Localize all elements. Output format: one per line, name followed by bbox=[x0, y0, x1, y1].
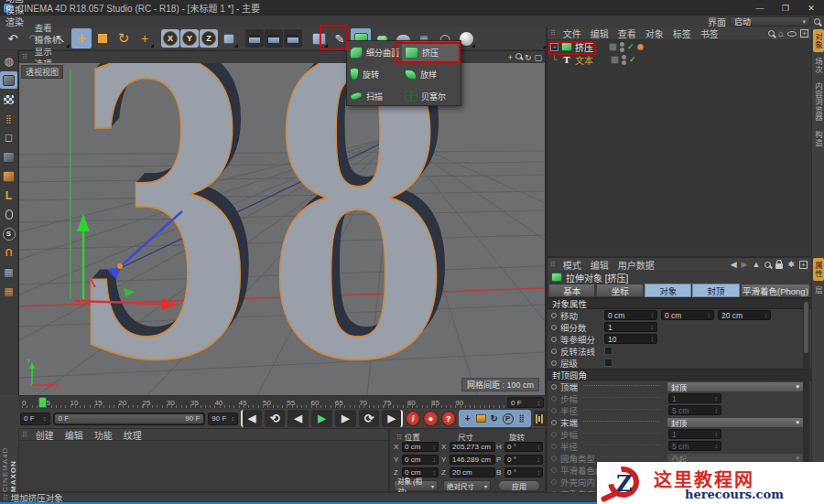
maximize-view-icon[interactable]: ▢ bbox=[534, 53, 542, 62]
tab-attributes[interactable]: 属性 bbox=[813, 258, 824, 281]
material-menu-item[interactable]: 纹理 bbox=[118, 429, 147, 441]
tweak-mode-button[interactable] bbox=[0, 206, 17, 223]
key-rotation-toggle[interactable]: ↻ bbox=[488, 413, 501, 425]
cap-top-dropdown[interactable]: 封顶▾ bbox=[667, 381, 804, 392]
snap-button[interactable]: S bbox=[0, 225, 17, 242]
last-tool[interactable]: + bbox=[135, 28, 155, 48]
subdivision-field[interactable]: 1↕ bbox=[604, 322, 657, 332]
tab-object[interactable]: 对象 bbox=[645, 284, 691, 297]
position-x-field[interactable]: 0 cm↕ bbox=[402, 442, 439, 452]
record-button[interactable]: / bbox=[406, 411, 420, 426]
end-frame-field[interactable]: 90 F↕ bbox=[208, 413, 238, 425]
cap-end-radius-field[interactable]: 5 cm↕ bbox=[668, 441, 721, 451]
z-axis-lock[interactable]: Z bbox=[200, 29, 218, 48]
movement-z-field[interactable]: 20 cm↕ bbox=[718, 310, 771, 320]
viewport-menu-item[interactable]: 显示 bbox=[30, 46, 66, 58]
tab-layers[interactable]: 层 bbox=[813, 283, 824, 298]
menu-item-bezier[interactable]: 贝塞尔 bbox=[402, 85, 461, 107]
tab-content-browser[interactable]: 内容浏览器 bbox=[813, 79, 824, 125]
menu-item-sweep[interactable]: 扫描 bbox=[347, 85, 402, 107]
collapse-icon[interactable]: − bbox=[550, 43, 558, 51]
object-name[interactable]: 挤压 bbox=[575, 40, 593, 54]
workplane-lock-button[interactable]: ▦ bbox=[0, 263, 17, 281]
lock-icon[interactable] bbox=[775, 263, 783, 269]
tab-takes[interactable]: 场次 bbox=[813, 54, 824, 77]
keyframe-dot-icon[interactable] bbox=[551, 349, 557, 354]
rotation-p-field[interactable]: 0 °↕ bbox=[504, 455, 543, 465]
model-mode-button[interactable] bbox=[0, 71, 17, 89]
new-panel-icon[interactable]: + bbox=[800, 29, 808, 38]
y-axis-lock[interactable]: Y bbox=[180, 29, 199, 48]
panel-handle-icon[interactable]: ⠿ bbox=[19, 53, 30, 61]
key-pla-toggle[interactable]: ⣿ bbox=[515, 413, 528, 425]
cap-top-steps-field[interactable]: 1↕ bbox=[668, 393, 721, 403]
parent-up-icon[interactable]: ▲ bbox=[753, 260, 761, 269]
make-editable-button[interactable]: ◍ bbox=[0, 52, 17, 70]
rotation-h-field[interactable]: 0 °↕ bbox=[504, 442, 543, 452]
layer-swatch[interactable] bbox=[609, 43, 617, 51]
visibility-dots[interactable] bbox=[620, 42, 624, 52]
keyframe-dot-icon[interactable] bbox=[551, 325, 557, 330]
points-mode-button[interactable]: ⣿ bbox=[0, 110, 17, 127]
attribute-menu-item[interactable]: 编辑 bbox=[586, 259, 613, 271]
magnet-snap-button[interactable]: U bbox=[0, 244, 17, 262]
filter-eye-icon[interactable] bbox=[787, 31, 797, 37]
object-manager-menu-item[interactable]: 编辑 bbox=[586, 27, 613, 39]
cap-end-steps-field[interactable]: 1↕ bbox=[668, 429, 721, 439]
keyframe-dot-icon[interactable] bbox=[551, 384, 557, 390]
zoom-view-icon[interactable] bbox=[515, 53, 522, 59]
apply-button[interactable]: 应用 bbox=[498, 480, 540, 491]
size-z-field[interactable]: 20 cm bbox=[450, 467, 495, 477]
material-menu-item[interactable]: 创建 bbox=[30, 429, 60, 441]
coordinate-system-button[interactable] bbox=[219, 28, 239, 48]
hierarchical-checkbox[interactable] bbox=[604, 359, 613, 367]
object-manager-menu-item[interactable]: 书签 bbox=[696, 27, 723, 39]
polygon-orange-button[interactable] bbox=[0, 167, 17, 185]
cap-end-dropdown[interactable]: 封顶▾ bbox=[667, 417, 804, 428]
axis-gizmo[interactable]: Y X bbox=[19, 63, 545, 395]
new-panel-icon[interactable]: + bbox=[799, 261, 808, 269]
viewport[interactable]: ⠿ 查看摄像机显示选项过滤面板 + ↻ ▢ 透视视图 bbox=[18, 50, 546, 395]
move-tool[interactable]: + bbox=[71, 28, 92, 48]
undo-button[interactable]: ↶ bbox=[3, 28, 23, 48]
home-icon[interactable]: ⌂ bbox=[778, 28, 784, 38]
rotate-view-icon[interactable]: ↻ bbox=[525, 53, 532, 62]
keyframe-selection-button[interactable]: ? bbox=[441, 411, 456, 426]
phong-tag-icon[interactable] bbox=[637, 44, 644, 50]
panel-handle-icon[interactable]: ⠿ bbox=[548, 29, 558, 38]
current-frame-field[interactable]: 0 F↕ bbox=[20, 413, 50, 425]
visibility-dots[interactable] bbox=[622, 55, 626, 65]
primitive-cube-button[interactable] bbox=[309, 28, 329, 48]
goto-start-button[interactable]: ◀ bbox=[241, 410, 262, 427]
play-backwards-button[interactable]: ⟲ bbox=[265, 410, 286, 427]
autokey-button[interactable]: ● bbox=[423, 411, 438, 426]
size-y-field[interactable]: 146.289 cm bbox=[450, 455, 495, 465]
object-name[interactable]: 文本 bbox=[575, 53, 593, 67]
tab-caps[interactable]: 封顶 bbox=[692, 284, 739, 297]
layout-dropdown[interactable]: 启动▾ bbox=[730, 16, 810, 27]
object-manager-menu-item[interactable]: 对象 bbox=[641, 27, 668, 39]
maximize-button[interactable]: ❐ bbox=[773, 0, 798, 16]
timeline-ruler[interactable]: 051015202530354045505560657075808590 0 F… bbox=[18, 395, 546, 409]
keyframe-dot-icon[interactable] bbox=[551, 313, 557, 318]
gear-icon[interactable]: ✱ bbox=[787, 260, 795, 269]
animation-palette-icon[interactable] bbox=[534, 411, 546, 426]
goto-end-button[interactable]: ▶ bbox=[382, 410, 403, 427]
size-mode-dropdown[interactable]: 绝对尺寸▾ bbox=[443, 480, 491, 491]
rotation-b-field[interactable]: 0 °↕ bbox=[504, 467, 543, 477]
cap-top-radius-field[interactable]: 5 cm↕ bbox=[668, 405, 721, 415]
tab-phong[interactable]: 平滑着色(Phong) bbox=[741, 284, 810, 297]
history-forward-icon[interactable]: ▶ bbox=[742, 260, 748, 269]
menu-item-subdivision-surface[interactable]: 细分曲面 bbox=[347, 41, 402, 63]
tab-objects[interactable]: 对象 bbox=[813, 29, 824, 52]
keyframe-dot-icon[interactable] bbox=[551, 420, 557, 425]
pan-view-icon[interactable]: + bbox=[508, 53, 513, 62]
view-label[interactable]: 透视视图 bbox=[21, 65, 63, 79]
movement-y-field[interactable]: 0 cm↕ bbox=[661, 310, 714, 320]
edge-mode-button[interactable]: ◻ bbox=[0, 129, 17, 146]
tab-structure[interactable]: 构造 bbox=[813, 127, 824, 150]
render-picture-viewer-button[interactable] bbox=[265, 29, 283, 48]
flip-normals-checkbox[interactable] bbox=[604, 347, 613, 355]
preview-range-slider[interactable]: 0 F90 F bbox=[53, 413, 206, 425]
object-manager-menu-item[interactable]: 查看 bbox=[613, 27, 641, 39]
